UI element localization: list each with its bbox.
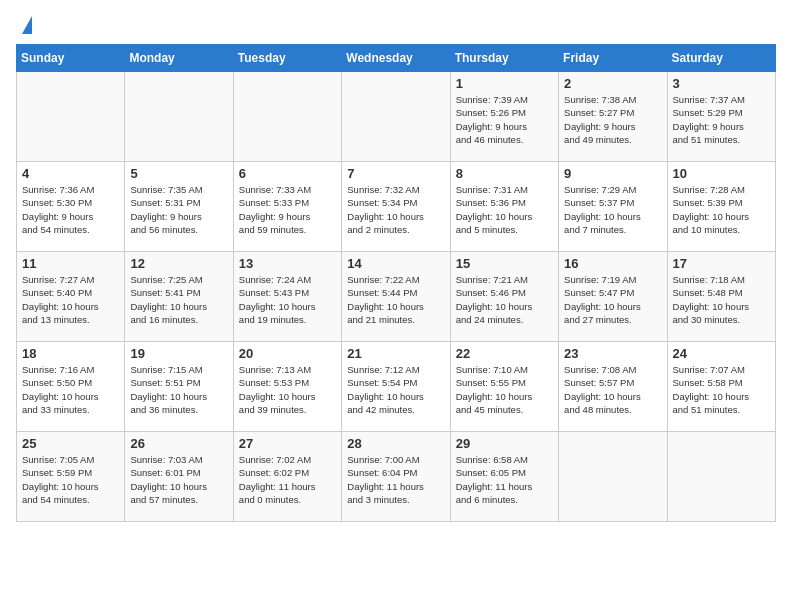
day-header-sunday: Sunday [17,45,125,72]
day-cell: 13Sunrise: 7:24 AM Sunset: 5:43 PM Dayli… [233,252,341,342]
day-number: 11 [22,256,119,271]
logo [16,16,32,34]
day-info: Sunrise: 7:12 AM Sunset: 5:54 PM Dayligh… [347,363,444,416]
day-info: Sunrise: 7:18 AM Sunset: 5:48 PM Dayligh… [673,273,770,326]
day-info: Sunrise: 7:16 AM Sunset: 5:50 PM Dayligh… [22,363,119,416]
day-number: 20 [239,346,336,361]
header-row: SundayMondayTuesdayWednesdayThursdayFrid… [17,45,776,72]
day-info: Sunrise: 7:39 AM Sunset: 5:26 PM Dayligh… [456,93,553,146]
day-cell: 18Sunrise: 7:16 AM Sunset: 5:50 PM Dayli… [17,342,125,432]
day-header-tuesday: Tuesday [233,45,341,72]
day-cell: 16Sunrise: 7:19 AM Sunset: 5:47 PM Dayli… [559,252,667,342]
day-cell: 25Sunrise: 7:05 AM Sunset: 5:59 PM Dayli… [17,432,125,522]
day-info: Sunrise: 6:58 AM Sunset: 6:05 PM Dayligh… [456,453,553,506]
day-cell: 8Sunrise: 7:31 AM Sunset: 5:36 PM Daylig… [450,162,558,252]
day-cell: 19Sunrise: 7:15 AM Sunset: 5:51 PM Dayli… [125,342,233,432]
day-number: 1 [456,76,553,91]
day-number: 8 [456,166,553,181]
day-number: 18 [22,346,119,361]
day-cell: 1Sunrise: 7:39 AM Sunset: 5:26 PM Daylig… [450,72,558,162]
day-number: 4 [22,166,119,181]
day-info: Sunrise: 7:22 AM Sunset: 5:44 PM Dayligh… [347,273,444,326]
day-number: 21 [347,346,444,361]
day-info: Sunrise: 7:38 AM Sunset: 5:27 PM Dayligh… [564,93,661,146]
day-info: Sunrise: 7:07 AM Sunset: 5:58 PM Dayligh… [673,363,770,416]
day-number: 3 [673,76,770,91]
day-cell [233,72,341,162]
day-cell: 6Sunrise: 7:33 AM Sunset: 5:33 PM Daylig… [233,162,341,252]
day-info: Sunrise: 7:31 AM Sunset: 5:36 PM Dayligh… [456,183,553,236]
day-cell: 5Sunrise: 7:35 AM Sunset: 5:31 PM Daylig… [125,162,233,252]
day-info: Sunrise: 7:37 AM Sunset: 5:29 PM Dayligh… [673,93,770,146]
day-info: Sunrise: 7:32 AM Sunset: 5:34 PM Dayligh… [347,183,444,236]
day-cell [17,72,125,162]
day-cell: 14Sunrise: 7:22 AM Sunset: 5:44 PM Dayli… [342,252,450,342]
day-number: 9 [564,166,661,181]
day-header-thursday: Thursday [450,45,558,72]
day-number: 12 [130,256,227,271]
day-info: Sunrise: 7:02 AM Sunset: 6:02 PM Dayligh… [239,453,336,506]
day-cell [667,432,775,522]
day-cell: 4Sunrise: 7:36 AM Sunset: 5:30 PM Daylig… [17,162,125,252]
day-number: 6 [239,166,336,181]
day-info: Sunrise: 7:00 AM Sunset: 6:04 PM Dayligh… [347,453,444,506]
week-row-5: 25Sunrise: 7:05 AM Sunset: 5:59 PM Dayli… [17,432,776,522]
day-header-friday: Friday [559,45,667,72]
day-cell: 20Sunrise: 7:13 AM Sunset: 5:53 PM Dayli… [233,342,341,432]
day-number: 17 [673,256,770,271]
day-info: Sunrise: 7:33 AM Sunset: 5:33 PM Dayligh… [239,183,336,236]
day-number: 19 [130,346,227,361]
day-info: Sunrise: 7:10 AM Sunset: 5:55 PM Dayligh… [456,363,553,416]
day-cell: 7Sunrise: 7:32 AM Sunset: 5:34 PM Daylig… [342,162,450,252]
day-cell: 27Sunrise: 7:02 AM Sunset: 6:02 PM Dayli… [233,432,341,522]
day-cell: 9Sunrise: 7:29 AM Sunset: 5:37 PM Daylig… [559,162,667,252]
day-number: 2 [564,76,661,91]
day-cell [342,72,450,162]
day-cell: 24Sunrise: 7:07 AM Sunset: 5:58 PM Dayli… [667,342,775,432]
day-info: Sunrise: 7:08 AM Sunset: 5:57 PM Dayligh… [564,363,661,416]
day-cell [559,432,667,522]
day-cell [125,72,233,162]
day-info: Sunrise: 7:05 AM Sunset: 5:59 PM Dayligh… [22,453,119,506]
day-cell: 10Sunrise: 7:28 AM Sunset: 5:39 PM Dayli… [667,162,775,252]
day-info: Sunrise: 7:36 AM Sunset: 5:30 PM Dayligh… [22,183,119,236]
day-header-monday: Monday [125,45,233,72]
week-row-2: 4Sunrise: 7:36 AM Sunset: 5:30 PM Daylig… [17,162,776,252]
day-number: 14 [347,256,444,271]
day-number: 25 [22,436,119,451]
calendar-table: SundayMondayTuesdayWednesdayThursdayFrid… [16,44,776,522]
day-number: 15 [456,256,553,271]
day-info: Sunrise: 7:29 AM Sunset: 5:37 PM Dayligh… [564,183,661,236]
day-info: Sunrise: 7:15 AM Sunset: 5:51 PM Dayligh… [130,363,227,416]
day-number: 29 [456,436,553,451]
day-number: 24 [673,346,770,361]
day-info: Sunrise: 7:25 AM Sunset: 5:41 PM Dayligh… [130,273,227,326]
day-cell: 26Sunrise: 7:03 AM Sunset: 6:01 PM Dayli… [125,432,233,522]
day-number: 26 [130,436,227,451]
day-number: 22 [456,346,553,361]
day-info: Sunrise: 7:24 AM Sunset: 5:43 PM Dayligh… [239,273,336,326]
day-cell: 29Sunrise: 6:58 AM Sunset: 6:05 PM Dayli… [450,432,558,522]
day-cell: 3Sunrise: 7:37 AM Sunset: 5:29 PM Daylig… [667,72,775,162]
week-row-1: 1Sunrise: 7:39 AM Sunset: 5:26 PM Daylig… [17,72,776,162]
day-cell: 11Sunrise: 7:27 AM Sunset: 5:40 PM Dayli… [17,252,125,342]
day-info: Sunrise: 7:21 AM Sunset: 5:46 PM Dayligh… [456,273,553,326]
day-number: 7 [347,166,444,181]
day-number: 10 [673,166,770,181]
week-row-4: 18Sunrise: 7:16 AM Sunset: 5:50 PM Dayli… [17,342,776,432]
day-number: 13 [239,256,336,271]
logo-triangle-icon [22,16,32,34]
week-row-3: 11Sunrise: 7:27 AM Sunset: 5:40 PM Dayli… [17,252,776,342]
day-cell: 17Sunrise: 7:18 AM Sunset: 5:48 PM Dayli… [667,252,775,342]
day-cell: 23Sunrise: 7:08 AM Sunset: 5:57 PM Dayli… [559,342,667,432]
day-info: Sunrise: 7:03 AM Sunset: 6:01 PM Dayligh… [130,453,227,506]
day-cell: 22Sunrise: 7:10 AM Sunset: 5:55 PM Dayli… [450,342,558,432]
day-cell: 12Sunrise: 7:25 AM Sunset: 5:41 PM Dayli… [125,252,233,342]
day-header-saturday: Saturday [667,45,775,72]
day-header-wednesday: Wednesday [342,45,450,72]
day-info: Sunrise: 7:35 AM Sunset: 5:31 PM Dayligh… [130,183,227,236]
day-cell: 21Sunrise: 7:12 AM Sunset: 5:54 PM Dayli… [342,342,450,432]
day-number: 16 [564,256,661,271]
day-info: Sunrise: 7:27 AM Sunset: 5:40 PM Dayligh… [22,273,119,326]
day-cell: 2Sunrise: 7:38 AM Sunset: 5:27 PM Daylig… [559,72,667,162]
